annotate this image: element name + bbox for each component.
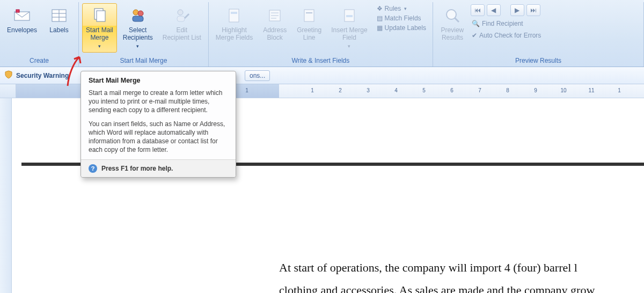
svg-point-9 — [138, 11, 143, 16]
edit-recipient-list-label: Edit Recipient List — [163, 26, 201, 41]
group-preview-results-label: Preview Results — [436, 55, 640, 67]
labels-icon — [49, 6, 69, 25]
group-start-mail-merge-label: Start Mail Merge — [82, 55, 205, 67]
find-recipient-button[interactable]: 🔍 Find Recipient — [471, 19, 542, 28]
address-block-label: Address Block — [263, 26, 287, 41]
update-labels-icon: ▦ — [377, 24, 383, 32]
tooltip-title: Start Mail Merge — [89, 77, 228, 84]
labels-button[interactable]: Labels — [43, 3, 75, 36]
ribbon: Envelopes Labels Create Start Mail Merge… — [0, 0, 644, 67]
svg-rect-20 — [304, 10, 314, 21]
group-preview-results: Preview Results ⏮ ◀ ▶ ⏭ 🔍 Find Recipient… — [433, 2, 644, 67]
tooltip-p2: You can insert fields, such as Name or A… — [89, 120, 228, 154]
rules-icon: ❖ — [377, 5, 383, 12]
svg-point-11 — [178, 10, 183, 15]
security-warning-text: Security Warning — [16, 72, 69, 79]
match-fields-button[interactable]: ▤ Match Fields — [376, 14, 427, 23]
group-write-insert: Highlight Merge Fields Address Block Gre… — [209, 2, 433, 67]
tooltip-footer-text: Press F1 for more help. — [101, 165, 173, 172]
doc-line-2: clothing and accessories. As sales are m… — [279, 279, 644, 293]
nav-first-button[interactable]: ⏮ — [471, 4, 485, 16]
envelopes-button[interactable]: Envelopes — [3, 3, 41, 36]
svg-rect-1 — [16, 10, 19, 12]
group-create: Envelopes Labels Create — [0, 2, 79, 67]
svg-rect-14 — [229, 9, 239, 22]
highlight-merge-fields-button[interactable]: Highlight Merge Fields — [212, 3, 257, 44]
highlight-merge-fields-label: Highlight Merge Fields — [216, 26, 253, 41]
auto-check-errors-label: Auto Check for Errors — [479, 32, 541, 39]
select-recipients-button[interactable]: Select Recipients ▾ — [119, 3, 157, 53]
svg-line-13 — [185, 14, 189, 18]
select-recipients-label: Select Recipients — [123, 26, 153, 41]
match-fields-icon: ▤ — [377, 14, 383, 22]
start-mail-merge-label: Start Mail Merge — [86, 26, 113, 41]
preview-results-label: Preview Results — [441, 26, 464, 41]
edit-recipient-list-button[interactable]: Edit Recipient List — [159, 3, 205, 44]
rules-button[interactable]: ❖ Rules ▾ — [376, 4, 427, 13]
address-block-button[interactable]: Address Block — [259, 3, 291, 44]
update-labels-label: Update Labels — [385, 24, 426, 32]
tooltip-p1: Start a mail merge to create a form lett… — [89, 89, 228, 114]
svg-rect-12 — [177, 16, 185, 21]
nav-last-button[interactable]: ⏭ — [526, 4, 540, 16]
chevron-down-icon: ▾ — [348, 42, 350, 50]
chevron-down-icon: ▾ — [404, 6, 407, 11]
match-fields-label: Match Fields — [385, 14, 421, 22]
preview-results-button[interactable]: Preview Results — [436, 3, 469, 44]
chevron-down-icon: ▾ — [136, 42, 139, 50]
people-icon — [128, 6, 148, 25]
group-start-mail-merge: Start Mail Merge ▾ Select Recipients ▾ E… — [79, 2, 209, 67]
insert-merge-field-label: Insert Merge Field — [331, 26, 367, 41]
svg-rect-15 — [231, 12, 237, 14]
greeting-line-button[interactable]: Greeting Line — [293, 3, 325, 44]
group-create-label: Create — [3, 55, 75, 67]
svg-rect-7 — [97, 11, 105, 21]
greeting-line-label: Greeting Line — [297, 26, 321, 41]
check-icon: ✔ — [472, 32, 477, 39]
help-icon: ? — [89, 164, 97, 173]
insert-merge-field-button[interactable]: Insert Merge Field ▾ — [327, 3, 371, 53]
svg-line-25 — [455, 18, 459, 22]
start-mail-merge-button[interactable]: Start Mail Merge ▾ — [82, 3, 117, 53]
group-write-insert-label: Write & Insert Fields — [212, 55, 429, 67]
search-icon: 🔍 — [472, 20, 480, 27]
shield-icon — [4, 70, 13, 80]
find-recipient-label: Find Recipient — [482, 20, 523, 27]
person-edit-icon — [172, 6, 192, 25]
envelope-icon — [12, 6, 32, 25]
auto-check-errors-button[interactable]: ✔ Auto Check for Errors — [471, 31, 542, 40]
options-button[interactable]: ons... — [245, 70, 270, 81]
labels-label: Labels — [49, 26, 68, 34]
svg-rect-23 — [346, 15, 353, 17]
envelopes-label: Envelopes — [7, 26, 37, 34]
update-labels-button[interactable]: ▦ Update Labels — [376, 24, 427, 32]
insert-merge-field-icon — [340, 6, 359, 25]
document-text[interactable]: At start of operations, the company will… — [279, 257, 644, 293]
nav-prev-button[interactable]: ◀ — [487, 4, 501, 16]
highlight-doc-icon — [224, 6, 244, 25]
documents-icon — [90, 6, 109, 25]
svg-point-8 — [133, 10, 138, 15]
vertical-ruler[interactable] — [0, 98, 12, 293]
doc-line-1: At start of operations, the company will… — [279, 257, 644, 279]
magnifier-abc-icon — [443, 6, 462, 25]
greeting-line-icon — [299, 6, 319, 25]
nav-next-button[interactable]: ▶ — [510, 4, 524, 16]
address-block-icon — [265, 6, 284, 25]
chevron-down-icon: ▾ — [98, 42, 101, 50]
start-mail-merge-tooltip: Start Mail Merge Start a mail merge to c… — [80, 71, 236, 178]
svg-rect-10 — [133, 16, 143, 21]
rules-label: Rules — [385, 5, 401, 12]
